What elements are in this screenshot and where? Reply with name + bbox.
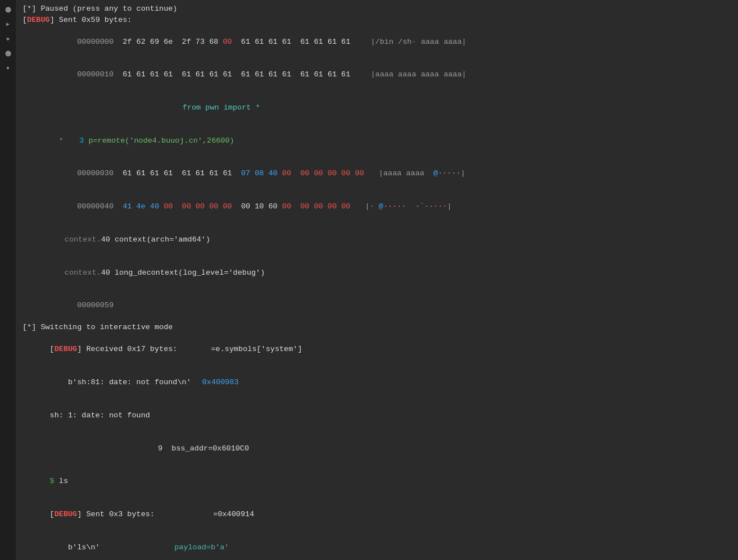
line-paused: [*] Paused (press any to continue) (22, 3, 732, 15)
line-debug-sent-2: [DEBUG] Sent 0x3 bytes: =0x400914 (22, 498, 732, 531)
hex-line-3: 00000030 61 61 61 61 61 61 61 61 07 08 4… (22, 157, 732, 190)
line-bss: 9 bss_addr=0x6010C0 (22, 432, 732, 465)
terminal: ⬤ ▶ ◆ ⬤ ● [*] Paused (press any to conti… (0, 0, 738, 560)
hex-code-region: 00000000 2f 62 69 6e 2f 73 68 00 61 61 6… (22, 25, 732, 322)
sidebar-icon-3: ◆ (2, 34, 13, 45)
hex-line-2: 00000010 61 61 61 61 61 61 61 61 61 61 6… (22, 58, 732, 92)
terminal-content: [*] Paused (press any to continue) [DEBU… (20, 2, 735, 560)
hex-line-1: 00000000 2f 62 69 6e 2f 73 68 00 61 61 6… (22, 25, 732, 58)
sidebar: ⬤ ▶ ◆ ⬤ ● (0, 0, 16, 560)
code-line-context2: context.40 long_decontext(log_level='deb… (22, 256, 732, 289)
line-sh-date-1: b'sh:81: date: not found\n'0x400983 (22, 366, 732, 399)
sidebar-icon-1: ⬤ (2, 4, 13, 16)
sidebar-icon-2: ▶ (2, 19, 13, 30)
code-line-context1: context.40 context(arch='amd64') (22, 223, 732, 256)
line-bls: b'ls\n' payload=b'a' (22, 531, 732, 560)
line-debug-recv-1: [DEBUG] Received 0x17 bytes:=e.symbols['… (22, 333, 732, 366)
sidebar-icon-5: ● (2, 63, 13, 74)
hex-addr-end: 00000059 (22, 289, 732, 322)
line-prompt-ls: $ ls (22, 465, 732, 498)
line-debug-sent-1: [DEBUG] Sent 0x59 bytes: (22, 15, 732, 26)
hex-line-4: 00000040 41 4e 40 00 00 00 00 00 00 10 6… (22, 190, 732, 224)
line-switching: [*] Switching to interactive mode (22, 322, 732, 333)
code-line-remote: * 3 p=remote('node4.buuoj.cn',26600) (22, 124, 732, 157)
sidebar-icon-4: ⬤ (2, 48, 13, 60)
line-sh-date-2: sh: 1: date: not found (22, 399, 732, 432)
code-line-import: from pwn import * (22, 92, 732, 125)
